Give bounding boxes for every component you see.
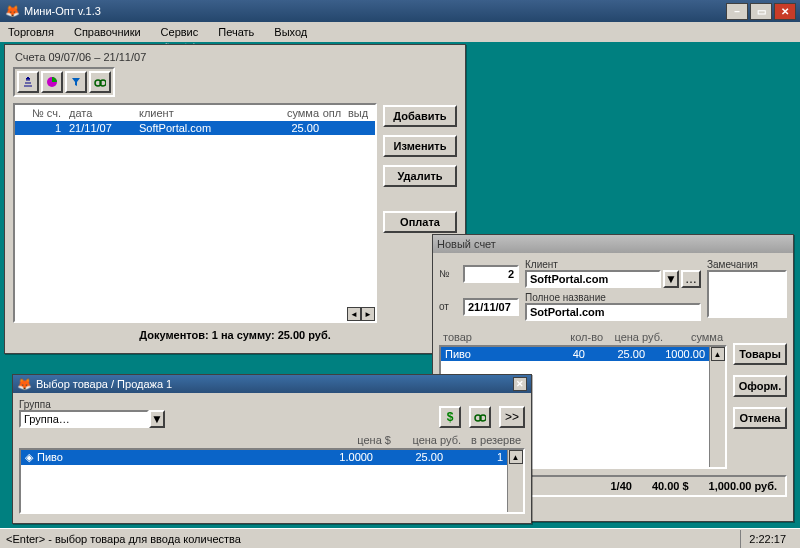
currency-button[interactable]: $ [439, 406, 461, 428]
menu-refs[interactable]: Справочники [70, 24, 145, 40]
picker-grid-header: цена $ цена руб. в резерве [19, 432, 525, 448]
binoculars-icon [94, 76, 106, 88]
sort-asc-button[interactable] [17, 71, 39, 93]
sort-asc-icon [22, 76, 34, 88]
menu-print[interactable]: Печать [214, 24, 258, 40]
client-dropdown-button[interactable]: ▼ [663, 270, 679, 288]
invoice-grid-scrollbar[interactable]: ▲ [709, 347, 725, 467]
delete-button[interactable]: Удалить [383, 165, 457, 187]
minimize-button[interactable]: – [726, 3, 748, 20]
edit-button[interactable]: Изменить [383, 135, 457, 157]
accounts-caption: Счета 09/07/06 – 21/11/07 [13, 49, 457, 67]
make-button[interactable]: Оформ. [733, 375, 787, 397]
picker-find-button[interactable] [469, 406, 491, 428]
picker-grid-scrollbar[interactable]: ▲ [507, 450, 523, 512]
product-picker-window: 🦊 Выбор товара / Продажа 1 ✕ Группа Груп… [12, 374, 532, 524]
maximize-button[interactable]: ▭ [750, 3, 772, 20]
fullname-input[interactable]: SotPortal.com [525, 303, 701, 321]
picker-icon: 🦊 [17, 377, 32, 391]
picker-next-button[interactable]: >> [499, 406, 525, 428]
group-dropdown-button[interactable]: ▼ [149, 410, 165, 428]
menubar: Торговля Справочники Сервис Печать Выход [0, 22, 800, 42]
total-count: 1/40 [610, 480, 631, 492]
cancel-button[interactable]: Отмена [733, 407, 787, 429]
invoice-date-input[interactable]: 21/11/07 [463, 298, 519, 316]
grid-scroll-left[interactable]: ◄ [347, 307, 361, 321]
menu-exit[interactable]: Выход [270, 24, 311, 40]
accounts-grid-header: № сч. дата клиент сумма опл выд [15, 105, 375, 121]
chart-button[interactable] [41, 71, 63, 93]
payment-button[interactable]: Оплата [383, 211, 457, 233]
accounts-row[interactable]: 1 21/11/07 SoftPortal.com 25.00 [15, 121, 375, 135]
status-time: 2:22:17 [740, 530, 794, 548]
status-hint: <Enter> - выбор товара для ввода количес… [6, 533, 241, 545]
binoculars-icon [474, 411, 486, 423]
client-browse-button[interactable]: … [681, 270, 701, 288]
app-title: Мини-Опт v.1.3 [24, 5, 101, 17]
accounts-summary: Документов: 1 на сумму: 25.00 руб. [13, 323, 457, 341]
add-button[interactable]: Добавить [383, 105, 457, 127]
invoice-number-input[interactable]: 2 [463, 265, 519, 283]
invoice-item-row[interactable]: Пиво 40 25.00 1000.00 [441, 347, 709, 361]
app-icon: 🦊 [4, 3, 20, 19]
status-bar: <Enter> - выбор товара для ввода количес… [0, 528, 800, 548]
total-rub: 1,000.00 руб. [709, 480, 777, 492]
grid-scroll-right[interactable]: ► [361, 307, 375, 321]
goods-button[interactable]: Товары [733, 343, 787, 365]
new-invoice-titlebar[interactable]: Новый счет [433, 235, 793, 253]
client-combo[interactable]: SoftPortal.com [525, 270, 661, 288]
find-button[interactable] [89, 71, 111, 93]
total-usd: 40.00 $ [652, 480, 689, 492]
menu-service[interactable]: Сервис [157, 24, 203, 40]
picker-close-button[interactable]: ✕ [513, 377, 527, 391]
filter-icon [70, 76, 82, 88]
menu-trade[interactable]: Торговля [4, 24, 58, 40]
accounts-window: Счета 09/07/06 – 21/11/07 № сч. дата [4, 44, 466, 354]
close-button[interactable]: ✕ [774, 3, 796, 20]
main-titlebar: 🦊 Мини-Опт v.1.3 – ▭ ✕ [0, 0, 800, 22]
picker-item-row[interactable]: ◈ Пиво 1.0000 25.00 1 [21, 450, 507, 465]
pie-chart-icon [46, 76, 58, 88]
picker-titlebar[interactable]: 🦊 Выбор товара / Продажа 1 ✕ [13, 375, 531, 393]
invoice-grid-header: товар кол-во цена руб. сумма [439, 329, 727, 345]
group-combo[interactable]: Группа… [19, 410, 149, 428]
accounts-toolbar [13, 67, 115, 97]
notes-input[interactable] [707, 270, 787, 318]
filter-button[interactable] [65, 71, 87, 93]
